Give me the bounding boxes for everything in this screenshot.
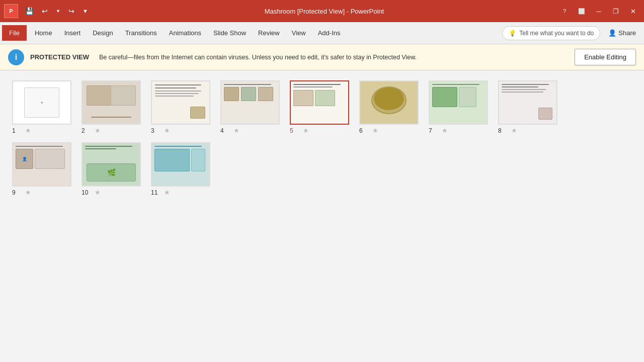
- slide-star-1[interactable]: ★: [25, 127, 31, 134]
- menu-transitions[interactable]: Transitions: [119, 25, 163, 41]
- slide-info-3: 3★: [151, 127, 170, 134]
- slide-info-8: 8★: [498, 127, 517, 134]
- customize-qat[interactable]: ▼: [79, 6, 91, 16]
- slide-number-4: 4: [220, 127, 230, 134]
- slide-inner-9: 👤: [13, 143, 70, 186]
- restore-button[interactable]: ❐: [609, 5, 623, 17]
- window-controls: ? ⬜ ─ ❐ ✕: [557, 5, 640, 17]
- slide-thumbnail-9: 👤: [12, 142, 71, 187]
- slide-item-6[interactable]: 6★: [359, 80, 419, 134]
- slide-star-3[interactable]: ★: [164, 127, 170, 134]
- lightbulb-icon: 💡: [509, 30, 516, 37]
- slide-info-10: 10★: [82, 189, 101, 196]
- slide-thumbnail-1: ✦: [12, 80, 71, 125]
- ribbon-display[interactable]: ⬜: [575, 5, 589, 17]
- slide-star-4[interactable]: ★: [233, 127, 239, 134]
- help-button[interactable]: ?: [557, 5, 572, 17]
- menu-addins[interactable]: Add-Ins: [312, 25, 347, 41]
- slide-inner-11: [152, 143, 209, 186]
- slide-inner-8: [499, 81, 556, 124]
- slide-item-4[interactable]: 4★: [220, 80, 280, 134]
- banner-message: Be careful—files from the Internet can c…: [99, 54, 569, 61]
- slide-thumbnail-10: 🌿: [82, 142, 141, 187]
- slide-star-9[interactable]: ★: [25, 189, 31, 196]
- menu-insert[interactable]: Insert: [58, 25, 87, 41]
- slide-grid: ✦ 1★ 2★ 3★ 4★: [12, 80, 632, 196]
- menu-view[interactable]: View: [286, 25, 312, 41]
- slide-info-6: 6★: [359, 127, 378, 134]
- menu-slideshow[interactable]: Slide Show: [207, 25, 252, 41]
- slide-number-10: 10: [82, 189, 92, 196]
- slide-inner-6: [360, 81, 418, 124]
- slide-number-8: 8: [498, 127, 508, 134]
- title-bar: P 💾 ↩ ▼ ↪ ▼ Mashroom [Protected View] - …: [0, 0, 644, 22]
- slide-info-9: 9★: [12, 189, 31, 196]
- slide-item-2[interactable]: 2★: [82, 80, 141, 134]
- share-icon: 👤: [608, 29, 616, 37]
- slide-info-7: 7★: [429, 127, 448, 134]
- protected-view-banner: i PROTECTED VIEW Be careful—files from t…: [0, 44, 644, 70]
- slide-info-11: 11★: [151, 189, 170, 196]
- slide-thumbnail-5: [290, 80, 349, 125]
- slide-info-1: 1★: [12, 127, 31, 134]
- menu-design[interactable]: Design: [87, 25, 119, 41]
- tell-me-input[interactable]: 💡 Tell me what you want to do: [502, 26, 600, 40]
- protected-label: PROTECTED VIEW: [30, 53, 89, 61]
- share-button[interactable]: 👤 Share: [602, 26, 642, 40]
- slide-star-11[interactable]: ★: [164, 189, 170, 196]
- window-title: Mashroom [Protected View] - PowerPoint: [91, 8, 557, 15]
- redo-button[interactable]: ↪: [65, 5, 77, 17]
- slide-item-11[interactable]: 11★: [151, 142, 210, 196]
- app-icon: P: [4, 4, 18, 18]
- slide-number-5: 5: [290, 127, 300, 134]
- slide-item-7[interactable]: 7★: [429, 80, 488, 134]
- slide-number-2: 2: [82, 127, 92, 134]
- slide-thumbnail-6: [359, 80, 419, 125]
- slide-inner-2: [83, 81, 140, 124]
- slide-number-9: 9: [12, 189, 22, 196]
- slide-inner-1: ✦: [13, 81, 70, 124]
- slide-inner-4: [221, 81, 279, 124]
- menu-bar: File Home Insert Design Transitions Anim…: [0, 22, 644, 44]
- slide-item-3[interactable]: 3★: [151, 80, 210, 134]
- undo-dropdown[interactable]: ▼: [53, 7, 63, 16]
- slide-item-5[interactable]: 5★: [290, 80, 349, 134]
- slide-star-8[interactable]: ★: [511, 127, 517, 134]
- menu-review[interactable]: Review: [252, 25, 286, 41]
- menu-home[interactable]: Home: [29, 25, 58, 41]
- menu-file[interactable]: File: [2, 25, 27, 41]
- menu-right-area: 💡 Tell me what you want to do 👤 Share: [502, 26, 642, 40]
- slide-thumbnail-4: [220, 80, 280, 125]
- slide-inner-7: [430, 81, 487, 124]
- menu-animations[interactable]: Animations: [163, 25, 207, 41]
- minimize-button[interactable]: ─: [592, 5, 606, 17]
- slide-thumbnail-8: [498, 80, 557, 125]
- slide-number-11: 11: [151, 189, 161, 196]
- close-button[interactable]: ✕: [626, 5, 640, 17]
- slide-grid-area: ✦ 1★ 2★ 3★ 4★: [0, 70, 644, 362]
- slide-thumbnail-2: [82, 80, 141, 125]
- slide-info-5: 5★: [290, 127, 309, 134]
- title-bar-left: P 💾 ↩ ▼ ↪ ▼: [4, 4, 91, 18]
- slide-thumbnail-3: [151, 80, 210, 125]
- slide-star-7[interactable]: ★: [442, 127, 448, 134]
- slide-info-2: 2★: [82, 127, 101, 134]
- slide-thumbnail-7: [429, 80, 488, 125]
- slide-number-7: 7: [429, 127, 439, 134]
- info-icon: i: [8, 49, 24, 65]
- save-button[interactable]: 💾: [22, 5, 37, 17]
- enable-editing-button[interactable]: Enable Editing: [575, 49, 636, 65]
- slide-item-10[interactable]: 🌿 10★: [82, 142, 141, 196]
- slide-info-4: 4★: [220, 127, 239, 134]
- undo-button[interactable]: ↩: [39, 5, 51, 17]
- slide-star-2[interactable]: ★: [95, 127, 101, 134]
- slide-thumbnail-11: [151, 142, 210, 187]
- slide-number-6: 6: [359, 127, 369, 134]
- slide-item-1[interactable]: ✦ 1★: [12, 80, 71, 134]
- slide-item-8[interactable]: 8★: [498, 80, 557, 134]
- slide-star-6[interactable]: ★: [372, 127, 378, 134]
- slide-star-5[interactable]: ★: [303, 127, 309, 134]
- slide-star-10[interactable]: ★: [95, 189, 101, 196]
- slide-inner-10: 🌿: [83, 143, 140, 186]
- slide-item-9[interactable]: 👤 9★: [12, 142, 71, 196]
